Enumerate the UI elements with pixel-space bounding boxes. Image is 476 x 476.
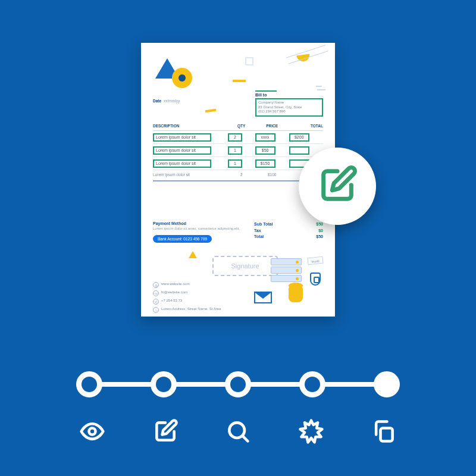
svg-marker-3: [300, 421, 322, 443]
svg-line-2: [243, 436, 248, 441]
subtotal-label: Sub Total: [254, 221, 273, 228]
contact-web: www.website.com: [161, 282, 190, 286]
edit-icon: [317, 164, 358, 208]
contact-phone: +7 254 53 73: [161, 299, 182, 302]
table-header: DESCRIPTION QTY PRICE TOTAL: [153, 124, 323, 131]
bill-to-line: Company Name: [258, 101, 320, 105]
summary-row: Lorem ipsum dolor sit 2 $100: [153, 170, 323, 177]
payment-text: Lorem ipsum dolor sit amet, consectetur …: [153, 227, 248, 231]
search-button[interactable]: [222, 416, 254, 449]
server-icon: [271, 258, 302, 265]
subtotal-value: $50: [316, 221, 323, 228]
eye-icon: [79, 418, 105, 447]
table-row: Lorem ipsum dolor sit 1 $150: [153, 157, 323, 170]
col-qty: QTY: [228, 124, 255, 128]
totals-box: Sub Total$50 Tax$0 Total$50: [254, 221, 323, 243]
date-value: xx/mm/yy: [164, 99, 180, 103]
server-illustration: World: [254, 255, 325, 308]
decor-triangle-small: [189, 251, 197, 258]
table-row: Lorem ipsum dolor sit 2 xxxx $200: [153, 131, 323, 144]
action-toolbar: [76, 416, 400, 449]
bill-to-title: Bill to: [255, 93, 323, 97]
step-5[interactable]: [374, 371, 400, 397]
cell-price: $150: [255, 159, 275, 168]
cell-total: $200: [289, 133, 309, 142]
svg-rect-4: [381, 428, 393, 441]
cell-desc: Lorem ipsum dolor sit: [153, 146, 211, 155]
step-1[interactable]: [76, 371, 102, 397]
line-items-table: DESCRIPTION QTY PRICE TOTAL Lorem ipsum …: [153, 124, 323, 181]
tax-value: $0: [318, 228, 323, 234]
edit-icon: [152, 418, 178, 447]
cell-total: [289, 146, 309, 155]
table-row: Lorem ipsum dolor sit 1 $50: [153, 144, 323, 157]
date-label: Date: [153, 99, 161, 103]
cell-desc: Lorem ipsum dolor sit: [153, 133, 211, 142]
step-3[interactable]: [225, 371, 251, 397]
divider: [153, 180, 323, 181]
cell-qty: 1: [228, 146, 242, 155]
payment-title: Payment Method: [153, 221, 248, 226]
decor-bar: [205, 109, 216, 112]
summary-qty: 2: [228, 173, 255, 177]
edit-document-button[interactable]: [299, 148, 376, 225]
envelope-icon: [254, 292, 272, 303]
cell-qty: 2: [228, 133, 242, 142]
payment-and-totals: Payment Method Lorem ipsum dolor sit ame…: [153, 221, 323, 243]
detection-underline: [255, 90, 277, 92]
col-description: DESCRIPTION: [153, 124, 228, 128]
contact-addr: Lorem Address, Street Name, St Area: [161, 307, 221, 311]
progress-stepper: [76, 371, 400, 397]
total-value: $50: [316, 234, 323, 240]
server-icon: [271, 275, 302, 282]
shield-icon: [310, 273, 321, 286]
col-price: PRICE: [255, 124, 289, 128]
cell-desc: Lorem ipsum dolor sit: [153, 159, 211, 168]
bill-to-line: (01) 234 567 890: [258, 109, 320, 114]
contact-info: ◍www.website.com ✉hi@website.com ✆+7 254…: [153, 282, 221, 315]
mail-icon: ✉: [153, 290, 159, 296]
svg-point-0: [89, 428, 96, 435]
globe-icon: ◍: [153, 282, 159, 288]
total-label: Total: [254, 234, 264, 240]
contact-mail: hi@website.com: [161, 290, 187, 294]
tax-label: Tax: [254, 228, 261, 234]
summary-price: $100: [255, 173, 289, 177]
copy-button[interactable]: [368, 416, 400, 449]
cell-qty: 1: [228, 159, 242, 168]
cell-price: xxxx: [255, 133, 275, 142]
bill-to-line: 23 Grand Street, City, State: [258, 105, 320, 110]
certify-button[interactable]: [295, 416, 327, 449]
bill-to-section: Bill to Company Name 23 Grand Street, Ci…: [255, 90, 323, 117]
summary-desc: Lorem ipsum dolor sit: [153, 173, 228, 177]
bill-to-detected-box: Company Name 23 Grand Street, City, Stat…: [255, 98, 323, 117]
step-2[interactable]: [151, 371, 177, 397]
flag-label: World: [307, 256, 323, 265]
col-total: TOTAL: [289, 124, 323, 128]
cell-price: $50: [255, 146, 275, 155]
edit-button[interactable]: [149, 416, 181, 449]
decor-bar: [233, 80, 246, 82]
pin-icon: ⌂: [153, 307, 159, 313]
database-icon: [289, 286, 303, 302]
bank-account-pill[interactable]: Bank Account: 0123 456 789: [153, 235, 212, 243]
invoice-date: Date xx/mm/yy: [153, 99, 180, 103]
search-icon: [225, 418, 251, 447]
payment-method: Payment Method Lorem ipsum dolor sit ame…: [153, 221, 248, 243]
decor-dash: [316, 86, 322, 87]
decor-square: [245, 57, 253, 65]
copy-icon: [371, 418, 397, 447]
decor-line: [289, 51, 328, 64]
decor-circle: [172, 68, 192, 88]
phone-icon: ✆: [153, 299, 159, 305]
view-button[interactable]: [76, 416, 108, 449]
step-4[interactable]: [299, 371, 325, 397]
server-icon: [271, 267, 302, 274]
starburst-icon: [298, 418, 324, 447]
